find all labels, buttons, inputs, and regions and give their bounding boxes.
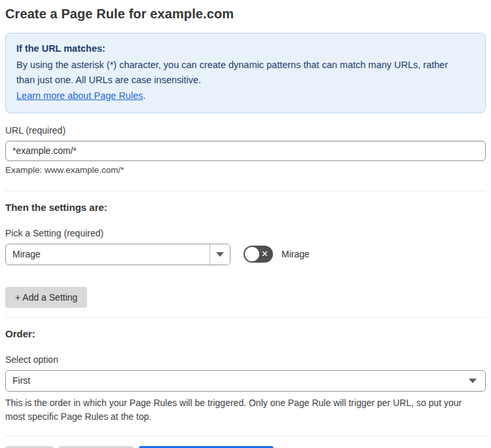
info-box-heading: If the URL matches: [16, 41, 475, 56]
info-box-link-line: Learn more about Page Rules. [16, 88, 475, 103]
url-example-helper: Example: www.example.com/* [5, 165, 486, 175]
add-setting-button[interactable]: + Add a Setting [5, 287, 87, 308]
setting-picker-label: Pick a Setting (required) [5, 228, 486, 238]
order-select-label: Select option [5, 354, 486, 365]
divider [5, 191, 486, 191]
toggle-knob [245, 247, 259, 261]
toggle-off-x-icon: ✕ [261, 250, 268, 258]
chevron-down-icon [216, 252, 224, 257]
url-input[interactable] [5, 141, 486, 161]
setting-select-arrow-button[interactable] [209, 244, 230, 265]
setting-select-value: Mirage [6, 244, 209, 265]
link-suffix: . [143, 90, 145, 101]
chevron-down-icon [469, 379, 477, 383]
order-helper-text: This is the order in which your Page Rul… [5, 396, 483, 424]
url-field-label: URL (required) [5, 125, 486, 136]
setting-row: Mirage ✕ Mirage [5, 244, 486, 265]
divider [5, 317, 486, 318]
order-section-heading: Order: [5, 328, 486, 339]
learn-more-link[interactable]: Learn more about Page Rules [16, 90, 143, 101]
order-select-value: First [12, 375, 30, 386]
page-title: Create a Page Rule for example.com [5, 7, 486, 22]
setting-select[interactable]: Mirage [5, 244, 230, 265]
mirage-toggle[interactable]: ✕ [244, 246, 273, 263]
divider [5, 436, 486, 436]
info-box-body: By using the asterisk (*) character, you… [16, 58, 468, 88]
page-rule-form: Create a Page Rule for example.com If th… [0, 0, 491, 448]
order-select[interactable]: First [5, 370, 486, 392]
url-match-info-box: If the URL matches: By using the asteris… [5, 33, 486, 113]
settings-section-heading: Then the settings are: [5, 202, 486, 213]
toggle-label: Mirage [282, 249, 310, 259]
